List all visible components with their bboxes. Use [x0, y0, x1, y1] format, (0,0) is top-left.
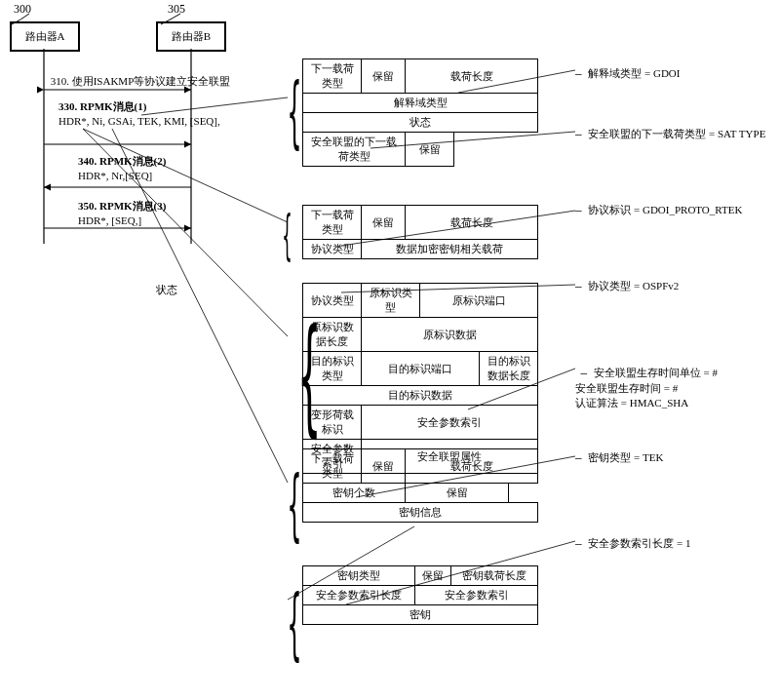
bracket-p3: {	[297, 331, 320, 420]
panel5-table: 密钥类型 保留 密钥载荷长度 安全参数索引长度 安全参数索引 密钥	[302, 565, 538, 625]
status-text: 状态	[156, 283, 177, 297]
p5-spi: 安全参数索引	[415, 586, 538, 605]
anno-keytype: — 密钥类型 = TEK	[575, 450, 663, 465]
p3-dstiddata: 目的标识数据	[303, 386, 538, 406]
p2-dek: 数据加密密钥相关载荷	[362, 240, 538, 259]
step-340-text: 340. RPMK消息(2) HDR*, Nr,[SEQ]	[78, 154, 166, 183]
router-b-label: 路由器B	[172, 30, 211, 42]
p4-plen: 载荷长度	[406, 449, 538, 484]
anno-doi: — 解释域类型 = GDOI	[575, 66, 680, 81]
p2-nextpayload: 下一载荷类型	[303, 206, 362, 240]
p2-prototype: 协议类型	[303, 240, 362, 259]
p1-reserved: 保留	[362, 59, 406, 94]
p1-doi: 解释域类型	[303, 94, 538, 113]
p5-keytype: 密钥类型	[303, 566, 415, 586]
router-b-box: 路由器B	[156, 21, 226, 52]
router-a-label: 路由器A	[25, 30, 65, 42]
anno-sa: — 安全联盟生存时间单位 = # 安全联盟生存时间 = # 认证算法 = HMA…	[575, 351, 718, 411]
p1-nextpayload: 下一载荷类型	[303, 59, 362, 94]
panel1-table: 下一载荷类型 保留 载荷长度 解释域类型 状态 安全联盟的下一载荷类型 保留	[302, 58, 538, 167]
p3-srcidtype: 原标识类型	[362, 284, 420, 318]
p5-kpaylen: 密钥载荷长度	[450, 566, 537, 586]
p2-plen: 载荷长度	[406, 206, 538, 240]
p3-dstidport: 目的标识端口	[362, 352, 480, 386]
bracket-p1: {	[288, 85, 301, 139]
p4-keyinfo: 密钥信息	[303, 503, 538, 523]
p5-key: 密钥	[303, 605, 538, 625]
p4-reserved2: 保留	[406, 484, 509, 503]
p1-reserved2: 保留	[406, 133, 454, 167]
bracket-p2: {	[283, 216, 292, 254]
anno-protoid: — 协议标识 = GDOI_PROTO_RTEK	[575, 203, 742, 217]
p1-status: 状态	[303, 113, 538, 133]
panel3-table: 协议类型 原标识类型 原标识端口 原标识数据长度 原标识数据 目的标识类型 目的…	[302, 283, 538, 474]
panel4-table: 下一载荷类型 保留 载荷长度 密钥个数 保留 密钥信息	[302, 448, 538, 523]
p1-sanext: 安全联盟的下一载荷类型	[303, 133, 406, 167]
p3-srciddata: 原标识数据	[362, 318, 538, 352]
router-a-box: 路由器A	[10, 21, 80, 52]
step-310-text: 310. 使用ISAKMP等协议建立安全联盟	[43, 74, 238, 89]
p2-reserved: 保留	[362, 206, 406, 240]
bracket-p5: {	[288, 597, 301, 651]
p4-keycount: 密钥个数	[303, 484, 406, 503]
bracket-p4: {	[288, 478, 301, 532]
ref-305: 305	[168, 2, 185, 17]
p4-reserved: 保留	[362, 449, 406, 484]
p1-payload-len: 载荷长度	[406, 59, 538, 94]
anno-prototype: — 协议类型 = OSPFv2	[575, 279, 679, 293]
p4-nextpayload: 下一载荷类型	[303, 449, 362, 484]
p3-dstidlen: 目的标识数据长度	[480, 352, 538, 386]
anno-satype: — 安全联盟的下一载荷类型 = SAT TYPE	[575, 127, 765, 141]
p3-srcidport: 原标识端口	[420, 284, 538, 318]
anno-spilen: — 安全参数索引长度 = 1	[575, 536, 690, 551]
step-350-text: 350. RPMK消息(3) HDR*, [SEQ,]	[78, 199, 166, 228]
p5-reserved: 保留	[415, 566, 451, 586]
p3-spi: 安全参数索引	[362, 406, 538, 440]
panel2-table: 下一载荷类型 保留 载荷长度 协议类型 数据加密密钥相关载荷	[302, 205, 538, 259]
step-330-text: 330. RPMK消息(1) HDR*, Ni, GSAi, TEK, KMI,…	[58, 99, 220, 129]
ref-300: 300	[14, 2, 31, 17]
p5-spilen: 安全参数索引长度	[303, 586, 415, 605]
